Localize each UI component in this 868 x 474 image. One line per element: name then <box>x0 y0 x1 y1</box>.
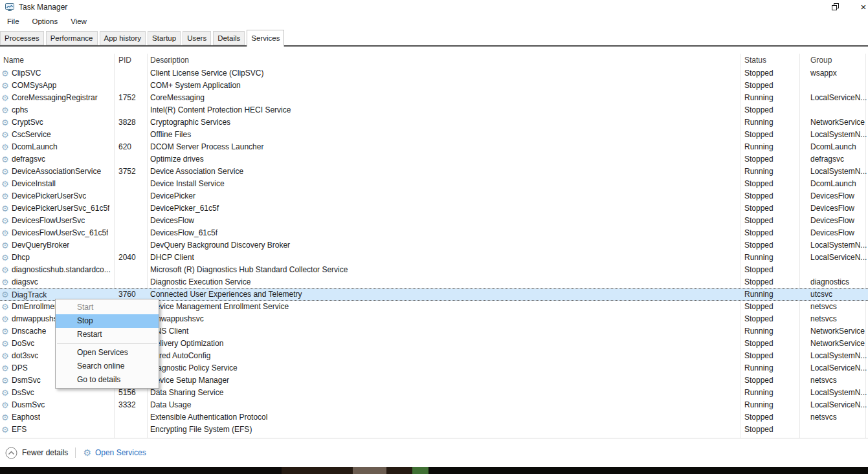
table-row[interactable]: ⚙cphsIntel(R) Content Protection HECI Se… <box>0 104 868 116</box>
table-row[interactable]: ⚙DevicesFlowUserSvc_61c5fDevicesFlow_61c… <box>0 227 868 239</box>
service-group: DevicesFlow <box>799 227 867 239</box>
table-row[interactable]: ⚙diagsvcDiagnostic Execution ServiceStop… <box>0 276 868 288</box>
tab-startup[interactable]: Startup <box>148 31 181 45</box>
table-row[interactable]: ⚙DeviceAssociationService3752Device Asso… <box>0 166 868 178</box>
context-menu-item-go-to-details[interactable]: Go to details <box>56 373 159 387</box>
service-group: DevicesFlow <box>799 215 867 227</box>
service-description: Cryptographic Services <box>147 116 740 129</box>
table-row[interactable]: ⚙DusmSvc3332Data UsageRunningLocalServic… <box>0 399 868 411</box>
service-group: DevicesFlow <box>799 190 867 202</box>
service-description: Device Association Service <box>147 166 740 178</box>
service-name-cell: ⚙DusmSvc <box>0 399 114 411</box>
service-name-cell: ⚙DeviceInstall <box>0 178 114 190</box>
service-name-cell: ⚙EFS <box>0 424 114 436</box>
menu-view[interactable]: View <box>67 17 92 25</box>
service-name: DsSvc <box>12 387 34 399</box>
service-description: DevQuery Background Discovery Broker <box>147 239 740 252</box>
service-pid <box>114 424 147 436</box>
tab-services[interactable]: Services <box>247 30 284 47</box>
context-menu-item-search-online[interactable]: Search online <box>56 360 159 373</box>
service-gear-icon: ⚙ <box>1 389 10 397</box>
service-name-cell: ⚙DevicePickerUserSvc_61c5f <box>0 202 114 215</box>
service-description: Extensible Authentication Protocol <box>147 411 740 424</box>
service-name: DeviceAssociationService <box>12 166 101 178</box>
service-group: netsvcs <box>799 374 867 387</box>
service-pid <box>114 153 147 166</box>
tab-processes[interactable]: Processes <box>0 31 44 45</box>
table-row[interactable]: ⚙defragsvcOptimize drivesStoppeddefragsv… <box>0 153 868 166</box>
column-header-pid[interactable]: PID <box>114 54 147 67</box>
service-pid <box>114 239 147 252</box>
service-status: Stopped <box>740 301 799 313</box>
table-row[interactable]: ⚙DevicePickerUserSvc_61c5fDevicePicker_6… <box>0 202 868 215</box>
column-header-status[interactable]: Status <box>740 54 799 67</box>
service-pid <box>114 202 147 215</box>
title-bar: Task Manager × <box>0 0 868 14</box>
table-row[interactable]: ⚙DcomLaunch620DCOM Server Process Launch… <box>0 141 868 153</box>
menu-file[interactable]: File <box>3 17 25 25</box>
menu-bar: File Options View <box>0 14 868 28</box>
table-row[interactable]: ⚙EaphostExtensible Authentication Protoc… <box>0 411 868 424</box>
service-pid: 1752 <box>114 92 147 104</box>
context-menu-item-restart[interactable]: Restart <box>56 328 159 341</box>
service-description: Diagnostic Policy Service <box>147 362 740 374</box>
table-row[interactable]: ⚙DeviceInstallDevice Install ServiceStop… <box>0 178 868 190</box>
service-group <box>799 264 867 276</box>
service-description: dmwappushsvc <box>147 313 740 325</box>
service-description: DevicePicker_61c5f <box>147 202 740 215</box>
column-header-description[interactable]: Description <box>147 54 740 67</box>
tab-details[interactable]: Details <box>213 31 245 45</box>
table-row[interactable]: ⚙DevicePickerUserSvcDevicePickerStoppedD… <box>0 190 868 202</box>
service-pid <box>114 104 147 116</box>
window-title: Task Manager <box>19 3 67 12</box>
service-group: DcomLaunch <box>799 141 867 153</box>
service-name-cell: ⚙CoreMessagingRegistrar <box>0 92 114 104</box>
service-description: Microsoft (R) Diagnostics Hub Standard C… <box>147 264 740 276</box>
service-name: Dhcp <box>12 252 30 264</box>
table-row[interactable]: ⚙COMSysAppCOM+ System ApplicationStopped <box>0 80 868 92</box>
service-group: NetworkService <box>799 338 867 350</box>
close-button[interactable]: × <box>853 0 868 14</box>
table-row[interactable]: ⚙ClipSVCClient License Service (ClipSVC)… <box>0 67 868 80</box>
table-row[interactable]: ⚙diagnosticshub.standardco...Microsoft (… <box>0 264 868 276</box>
service-gear-icon: ⚙ <box>1 192 10 200</box>
service-status: Stopped <box>740 338 799 350</box>
service-gear-icon: ⚙ <box>1 413 10 422</box>
table-row[interactable]: ⚙CscServiceOffline FilesStoppedLocalSyst… <box>0 129 868 141</box>
service-gear-icon: ⚙ <box>1 167 10 176</box>
table-row[interactable]: ⚙Dhcp2040DHCP ClientRunningLocalServiceN… <box>0 252 868 264</box>
restore-button[interactable] <box>825 0 845 14</box>
table-row[interactable]: ⚙DevicesFlowUserSvcDevicesFlowStoppedDev… <box>0 215 868 227</box>
service-gear-icon: ⚙ <box>1 118 10 127</box>
service-gear-icon: ⚙ <box>1 155 10 164</box>
table-row[interactable]: ⚙EFSEncrypting File System (EFS)Stopped <box>0 424 868 436</box>
service-status: Stopped <box>740 178 799 190</box>
service-pid: 620 <box>114 141 147 153</box>
service-status: Running <box>740 399 799 411</box>
menu-options[interactable]: Options <box>28 17 63 25</box>
context-menu-item-stop[interactable]: Stop <box>56 314 159 328</box>
tab-performance[interactable]: Performance <box>46 31 98 45</box>
service-name-cell: ⚙DeviceAssociationService <box>0 166 114 178</box>
service-name: Eaphost <box>12 411 40 424</box>
service-description: Device Setup Manager <box>147 374 740 387</box>
service-description: Device Install Service <box>147 178 740 190</box>
restore-icon <box>832 3 839 10</box>
footer-divider <box>75 447 76 458</box>
minimize-button[interactable] <box>795 0 816 14</box>
table-row[interactable]: ⚙DevQueryBrokerDevQuery Background Disco… <box>0 239 868 252</box>
service-pid <box>114 67 147 80</box>
service-description: Optimize drives <box>147 153 740 166</box>
service-status: Running <box>740 387 799 399</box>
context-menu-item-open-services[interactable]: Open Services <box>56 346 159 360</box>
desktop-strip-segment <box>282 467 353 474</box>
service-status: Stopped <box>740 239 799 252</box>
table-row[interactable]: ⚙CryptSvc3828Cryptographic ServicesRunni… <box>0 116 868 129</box>
fewer-details-button[interactable]: Fewer details <box>5 447 68 459</box>
column-header-name[interactable]: Name <box>0 54 114 67</box>
column-header-group[interactable]: Group <box>799 54 867 67</box>
tab-users[interactable]: Users <box>183 31 211 45</box>
tab-app-history[interactable]: App history <box>100 31 146 45</box>
open-services-link[interactable]: ⚙ Open Services <box>83 448 146 457</box>
table-row[interactable]: ⚙CoreMessagingRegistrar1752CoreMessaging… <box>0 92 868 104</box>
